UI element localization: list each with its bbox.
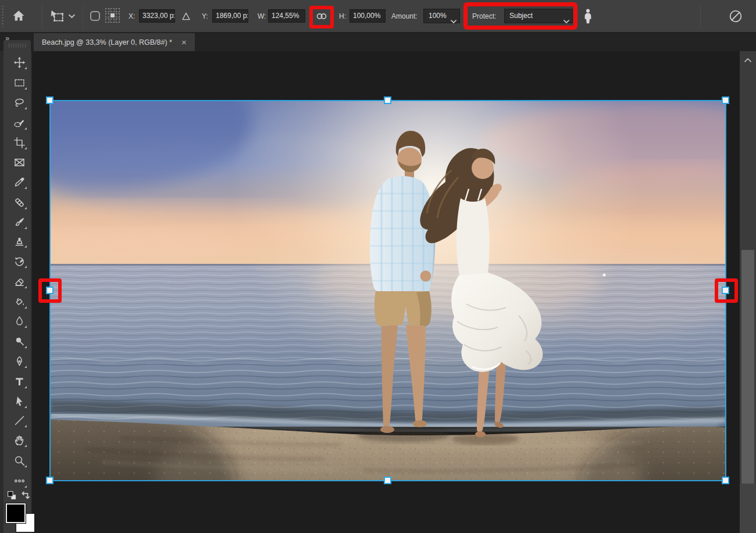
crop-tool-icon[interactable] — [11, 135, 27, 150]
y-label: Y: — [202, 12, 208, 20]
photoshop-window: X: 3323,00 px Y: 1869,00 px W: 124,55% H… — [0, 0, 756, 533]
hand-tool-icon[interactable] — [11, 432, 27, 448]
frame-tool-icon[interactable] — [11, 155, 27, 170]
protect-skin-tones-icon[interactable] — [582, 8, 594, 24]
options-bar-grip[interactable] — [2, 6, 3, 27]
eyedropper-tool-icon[interactable] — [11, 174, 27, 189]
chevron-down-icon — [451, 15, 457, 28]
vertical-scrollbar[interactable] — [740, 51, 756, 533]
tools-panel — [3, 51, 31, 533]
move-tool-icon[interactable] — [11, 55, 27, 70]
h-input[interactable]: 100,00% — [350, 9, 386, 23]
amount-value: 100% — [429, 12, 447, 20]
lasso-tool-icon[interactable] — [11, 95, 27, 110]
edit-toolbar-icon[interactable] — [11, 473, 27, 488]
protect-dropdown[interactable]: Subject — [504, 9, 573, 23]
chevron-down-icon — [564, 15, 569, 28]
spot-healing-brush-tool-icon[interactable] — [11, 195, 27, 210]
x-input[interactable]: 3323,00 px — [139, 9, 175, 23]
clone-stamp-tool-icon[interactable] — [11, 233, 27, 248]
separator — [700, 5, 701, 28]
protect-label: Protect: — [472, 12, 496, 20]
gradient-tool-icon[interactable] — [11, 294, 27, 309]
handle-top-right[interactable] — [722, 96, 729, 104]
handle-middle-left[interactable] — [46, 287, 54, 294]
scrollbar-thumb[interactable] — [741, 250, 754, 484]
separator — [42, 5, 42, 28]
handle-bottom-center[interactable] — [384, 477, 391, 484]
link-dimensions-icon[interactable] — [315, 10, 329, 22]
amount-dropdown[interactable]: 100% — [423, 9, 460, 23]
scroll-up-icon[interactable] — [744, 55, 752, 65]
y-input[interactable]: 1869,00 px — [212, 9, 248, 23]
h-label: H: — [339, 12, 346, 20]
default-colors-icon[interactable] — [7, 491, 17, 500]
history-brush-tool-icon[interactable] — [11, 253, 27, 269]
tool-preset-icon[interactable] — [50, 9, 65, 24]
options-bar: X: 3323,00 px Y: 1869,00 px W: 124,55% H… — [0, 0, 756, 33]
type-tool-icon[interactable] — [11, 374, 27, 389]
tools-panel-grip[interactable] — [3, 40, 31, 51]
zoom-tool-icon[interactable] — [11, 453, 27, 468]
home-icon[interactable] — [12, 9, 26, 23]
reference-point-grid[interactable] — [105, 8, 122, 24]
handle-top-center[interactable] — [384, 96, 391, 104]
handle-top-left[interactable] — [46, 96, 54, 104]
eraser-tool-icon[interactable] — [11, 274, 27, 289]
delta-icon[interactable] — [181, 11, 191, 22]
swap-colors-icon[interactable] — [21, 491, 31, 500]
handle-bottom-right[interactable] — [722, 477, 729, 484]
close-tab-icon[interactable]: × — [181, 38, 187, 46]
pen-tool-icon[interactable] — [11, 353, 27, 369]
blur-tool-icon[interactable] — [11, 313, 27, 328]
separator — [83, 5, 83, 28]
rectangular-marquee-tool-icon[interactable] — [11, 75, 27, 90]
reference-point-checkbox[interactable] — [90, 11, 100, 21]
handle-middle-right[interactable] — [722, 287, 729, 294]
protect-value: Subject — [509, 12, 533, 20]
handle-bottom-left[interactable] — [46, 477, 54, 484]
brush-tool-icon[interactable] — [11, 214, 27, 230]
dodge-tool-icon[interactable] — [11, 334, 27, 349]
chevron-down-icon[interactable] — [69, 14, 75, 19]
document-image[interactable] — [50, 101, 726, 481]
foreground-color-swatch[interactable] — [6, 503, 26, 523]
x-label: X: — [129, 12, 135, 20]
scrollbar-track[interactable] — [740, 484, 756, 533]
w-input[interactable]: 124,55% — [268, 9, 305, 23]
amount-label: Amount: — [391, 12, 418, 20]
document-tab[interactable]: Beach.jpg @ 33,3% (Layer 0, RGB/8#) * × — [34, 33, 195, 51]
line-tool-icon[interactable] — [11, 413, 27, 428]
cancel-icon[interactable] — [728, 9, 743, 24]
document-tab-title: Beach.jpg @ 33,3% (Layer 0, RGB/8#) * — [42, 38, 172, 46]
path-selection-tool-icon[interactable] — [11, 394, 27, 409]
object-selection-tool-icon[interactable] — [11, 115, 27, 130]
w-label: W: — [258, 12, 266, 20]
tab-bar: » Beach.jpg @ 33,3% (Layer 0, RGB/8#) * … — [0, 33, 756, 51]
